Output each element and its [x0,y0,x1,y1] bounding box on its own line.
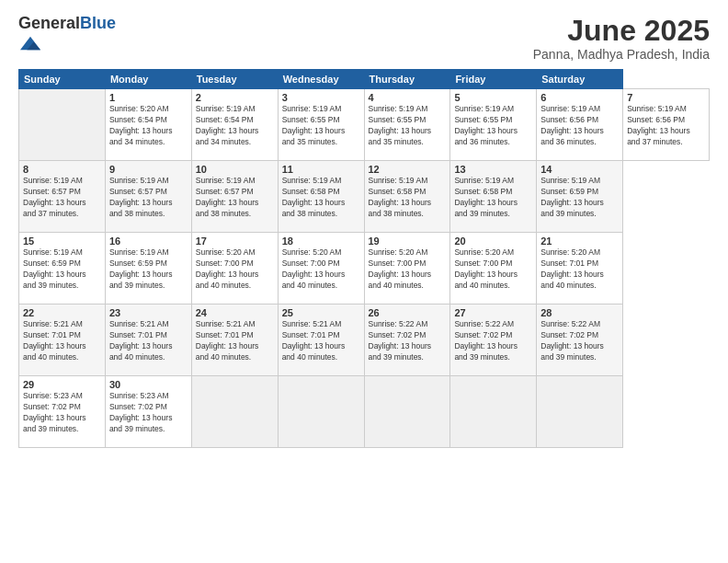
day-info: Sunrise: 5:21 AMSunset: 7:01 PMDaylight:… [109,319,188,363]
day-cell-1-4: 12 Sunrise: 5:19 AMSunset: 6:58 PMDaylig… [364,161,450,233]
day-cell-0-1: 1 Sunrise: 5:20 AMSunset: 6:54 PMDayligh… [105,89,191,161]
day-number: 8 [23,164,101,175]
day-cell-3-2: 24 Sunrise: 5:21 AMSunset: 7:01 PMDaylig… [191,304,278,376]
day-number: 21 [540,236,619,247]
day-number: 27 [454,307,532,318]
day-info: Sunrise: 5:19 AMSunset: 6:55 PMDaylight:… [282,104,360,148]
day-cell-3-5: 27 Sunrise: 5:22 AMSunset: 7:02 PMDaylig… [450,304,537,376]
day-number: 14 [540,164,619,175]
day-number: 28 [540,307,619,318]
day-number: 2 [196,92,274,103]
day-cell-1-3: 11 Sunrise: 5:19 AMSunset: 6:58 PMDaylig… [278,161,364,233]
day-number: 6 [540,92,619,103]
day-info: Sunrise: 5:20 AMSunset: 7:00 PMDaylight:… [454,247,532,292]
day-cell-4-2 [191,376,278,448]
day-number: 16 [109,236,188,247]
day-info: Sunrise: 5:19 AMSunset: 6:57 PMDaylight:… [23,176,101,220]
day-number: 4 [369,92,447,103]
logo-general-text: General [18,14,80,32]
day-info: Sunrise: 5:23 AMSunset: 7:02 PMDaylight:… [109,391,188,435]
day-cell-2-2: 17 Sunrise: 5:20 AMSunset: 7:00 PMDaylig… [191,233,278,304]
day-info: Sunrise: 5:20 AMSunset: 7:00 PMDaylight:… [369,247,447,292]
day-info: Sunrise: 5:19 AMSunset: 6:57 PMDaylight:… [109,176,188,220]
day-number: 17 [196,236,274,247]
day-cell-0-6: 6 Sunrise: 5:19 AMSunset: 6:56 PMDayligh… [537,89,623,161]
header-saturday: Saturday [537,70,623,89]
day-cell-0-3: 3 Sunrise: 5:19 AMSunset: 6:55 PMDayligh… [278,89,364,161]
day-number: 19 [369,236,447,247]
day-cell-4-0: 29 Sunrise: 5:23 AMSunset: 7:02 PMDaylig… [19,376,106,448]
day-number: 10 [196,164,274,175]
day-info: Sunrise: 5:21 AMSunset: 7:01 PMDaylight:… [23,319,101,363]
day-number: 3 [282,92,360,103]
calendar-table: Sunday Monday Tuesday Wednesday Thursday… [18,69,710,448]
day-info: Sunrise: 5:19 AMSunset: 6:58 PMDaylight:… [282,176,360,220]
week-row-2: 15 Sunrise: 5:19 AMSunset: 6:59 PMDaylig… [19,233,710,304]
day-info: Sunrise: 5:22 AMSunset: 7:02 PMDaylight:… [540,319,619,363]
header-tuesday: Tuesday [191,70,278,89]
day-cell-0-2: 2 Sunrise: 5:19 AMSunset: 6:54 PMDayligh… [191,89,278,161]
day-number: 29 [23,379,101,390]
day-number: 9 [109,164,188,175]
title-block: June 2025 Panna, Madhya Pradesh, India [533,15,710,62]
week-row-3: 22 Sunrise: 5:21 AMSunset: 7:01 PMDaylig… [19,304,710,376]
day-info: Sunrise: 5:19 AMSunset: 6:56 PMDaylight:… [627,104,705,148]
calendar-subtitle: Panna, Madhya Pradesh, India [533,47,710,62]
day-number: 22 [23,307,101,318]
day-cell-4-1: 30 Sunrise: 5:23 AMSunset: 7:02 PMDaylig… [105,376,191,448]
day-number: 30 [109,379,188,390]
day-cell-1-0: 8 Sunrise: 5:19 AMSunset: 6:57 PMDayligh… [19,161,106,233]
day-info: Sunrise: 5:21 AMSunset: 7:01 PMDaylight:… [196,319,274,363]
day-cell-1-5: 13 Sunrise: 5:19 AMSunset: 6:58 PMDaylig… [450,161,537,233]
day-cell-2-5: 20 Sunrise: 5:20 AMSunset: 7:00 PMDaylig… [450,233,537,304]
day-info: Sunrise: 5:19 AMSunset: 6:59 PMDaylight:… [109,247,188,292]
day-cell-1-6: 14 Sunrise: 5:19 AMSunset: 6:59 PMDaylig… [537,161,623,233]
header-monday: Monday [105,70,191,89]
day-info: Sunrise: 5:19 AMSunset: 6:55 PMDaylight:… [454,104,532,148]
day-cell-3-4: 26 Sunrise: 5:22 AMSunset: 7:02 PMDaylig… [364,304,450,376]
week-row-0: 1 Sunrise: 5:20 AMSunset: 6:54 PMDayligh… [19,89,710,161]
day-cell-3-1: 23 Sunrise: 5:21 AMSunset: 7:01 PMDaylig… [105,304,191,376]
day-cell-1-2: 10 Sunrise: 5:19 AMSunset: 6:57 PMDaylig… [191,161,278,233]
day-cell-2-6: 21 Sunrise: 5:20 AMSunset: 7:01 PMDaylig… [537,233,623,304]
day-info: Sunrise: 5:20 AMSunset: 7:01 PMDaylight:… [540,247,619,292]
week-row-4: 29 Sunrise: 5:23 AMSunset: 7:02 PMDaylig… [19,376,710,448]
day-info: Sunrise: 5:19 AMSunset: 6:54 PMDaylight:… [196,104,274,148]
logo: GeneralBlue [18,15,116,53]
day-cell-0-4: 4 Sunrise: 5:19 AMSunset: 6:55 PMDayligh… [364,89,450,161]
day-info: Sunrise: 5:21 AMSunset: 7:01 PMDaylight:… [282,319,360,363]
day-info: Sunrise: 5:23 AMSunset: 7:02 PMDaylight:… [23,391,101,435]
day-cell-3-0: 22 Sunrise: 5:21 AMSunset: 7:01 PMDaylig… [19,304,106,376]
header-sunday: Sunday [19,70,106,89]
header-wednesday: Wednesday [278,70,364,89]
day-number: 11 [282,164,360,175]
day-cell-0-5: 5 Sunrise: 5:19 AMSunset: 6:55 PMDayligh… [450,89,537,161]
day-number: 25 [282,307,360,318]
day-info: Sunrise: 5:19 AMSunset: 6:58 PMDaylight:… [454,176,532,220]
day-number: 24 [196,307,274,318]
day-info: Sunrise: 5:19 AMSunset: 6:57 PMDaylight:… [196,176,274,220]
day-cell-1-1: 9 Sunrise: 5:19 AMSunset: 6:57 PMDayligh… [105,161,191,233]
header-friday: Friday [450,70,537,89]
day-number: 7 [627,92,705,103]
day-number: 23 [109,307,188,318]
day-info: Sunrise: 5:22 AMSunset: 7:02 PMDaylight:… [454,319,532,363]
day-cell-4-6 [537,376,623,448]
day-cell-2-4: 19 Sunrise: 5:20 AMSunset: 7:00 PMDaylig… [364,233,450,304]
day-number: 20 [454,236,532,247]
day-number: 5 [454,92,532,103]
day-info: Sunrise: 5:19 AMSunset: 6:59 PMDaylight:… [23,247,101,292]
day-number: 15 [23,236,101,247]
page-header: GeneralBlue June 2025 Panna, Madhya Prad… [18,15,710,62]
day-number: 1 [109,92,188,103]
day-cell-3-3: 25 Sunrise: 5:21 AMSunset: 7:01 PMDaylig… [278,304,364,376]
day-cell-4-3 [278,376,364,448]
week-row-1: 8 Sunrise: 5:19 AMSunset: 6:57 PMDayligh… [19,161,710,233]
header-row: Sunday Monday Tuesday Wednesday Thursday… [19,70,710,89]
header-thursday: Thursday [364,70,450,89]
day-cell-0-0 [19,89,106,161]
calendar-title: June 2025 [533,15,710,47]
day-number: 26 [369,307,447,318]
day-info: Sunrise: 5:22 AMSunset: 7:02 PMDaylight:… [369,319,447,363]
day-info: Sunrise: 5:20 AMSunset: 7:00 PMDaylight:… [196,247,274,292]
